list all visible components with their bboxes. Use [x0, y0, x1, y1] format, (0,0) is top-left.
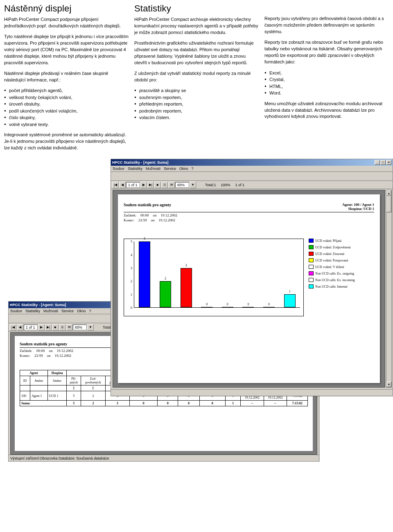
th-agent: Agent — [20, 370, 48, 376]
menu-service[interactable]: Service — [164, 167, 176, 171]
group-label: Skupina: UCD 1 — [342, 207, 374, 211]
menu-soubor[interactable]: Soubor — [113, 167, 124, 171]
stats-window-front: HPCC Statistiky - [Agent: Suma] _ □ × So… — [111, 159, 393, 396]
table-sum-cell: 2 — [81, 401, 105, 406]
nav-first-icon[interactable]: |◀ — [10, 324, 16, 331]
legend-item: Non UCD calls: Internal — [309, 284, 374, 289]
bar-value-label: 0 — [263, 302, 275, 306]
tool-icon[interactable] — [10, 315, 17, 322]
list-item: souhrnným reportem, — [134, 94, 259, 101]
end-time: 23:59 — [138, 218, 147, 222]
list-item: podíl ukončených volání volajícím, — [4, 108, 129, 115]
nav-total-label: Total:1 — [205, 183, 216, 187]
nav-prev-icon[interactable]: ◀ — [119, 182, 126, 188]
legend-label: Non UCD calls: Ex. outgoing — [315, 272, 354, 275]
nav-next-icon[interactable]: ▶ — [38, 324, 45, 331]
table-header: Jméno — [30, 376, 47, 385]
menu-help[interactable]: ? — [192, 167, 194, 171]
menu-moznosti[interactable]: Možnosti — [146, 167, 160, 171]
table-cell: Agent 1 — [30, 391, 47, 401]
zoom-dropdown-icon[interactable]: ▼ — [190, 182, 196, 188]
menu-okno[interactable]: Okno — [77, 309, 86, 313]
tool-icon[interactable] — [18, 315, 25, 322]
zoom-field[interactable]: 65% — [175, 182, 189, 188]
bar-value-label: 2 — [160, 277, 171, 280]
table-header: ID — [20, 376, 30, 385]
nav-prev-icon[interactable]: ◀ — [17, 324, 23, 331]
start-label: Začátek: — [124, 213, 136, 217]
close-icon[interactable]: × — [386, 160, 391, 165]
menubar[interactable]: Soubor Statistiky Možnosti Service Okno … — [111, 166, 393, 172]
nav-last-icon[interactable]: ▶| — [147, 182, 154, 188]
legend-item: Non UCD calls: Ex. outgoing — [309, 271, 374, 275]
status-text: Výstupní zařízení:Obrazovka Databáze: So… — [10, 456, 109, 460]
nav-stop-icon[interactable]: ■ — [154, 182, 161, 188]
end-label: Konec: — [124, 218, 134, 222]
start-time: 00:00 — [140, 213, 149, 217]
zoom-dropdown-icon[interactable]: ▼ — [87, 324, 94, 331]
menu-soubor[interactable]: Soubor — [10, 309, 22, 313]
table-sum-label: Suma: — [20, 401, 67, 406]
menu-moznosti[interactable]: Možnosti — [43, 309, 58, 313]
minimize-icon[interactable]: _ — [375, 160, 380, 165]
nav-page2-label: 1 of 1 — [235, 183, 245, 187]
table-header: Zod- povězených — [81, 376, 105, 385]
table-cell: 100 — [20, 391, 30, 401]
legend-swatch-icon — [309, 271, 314, 275]
menu-statistiky[interactable]: Statistiky — [25, 309, 40, 313]
nav-page-field[interactable]: 1 of 1 — [126, 182, 140, 188]
list-item: volně vybrané texty. — [4, 121, 129, 128]
chart-legend: UCD volání: PřijatáUCD volání: Zodpověze… — [309, 239, 374, 316]
legend-swatch-icon — [309, 284, 314, 289]
end-on: on — [47, 354, 51, 358]
export-icon[interactable]: ✉ — [66, 324, 72, 331]
end-time: 23:59 — [34, 354, 43, 358]
nav-page-field[interactable]: 1 of 1 — [24, 325, 38, 330]
bar-value-label: 5 — [139, 237, 150, 241]
table-sum-cell: 5 — [67, 401, 81, 406]
chart-bar: 0 — [242, 307, 254, 307]
nav-next-icon[interactable]: ▶ — [140, 182, 147, 188]
legend-swatch-icon — [309, 265, 314, 269]
chart-bar: 2 — [160, 281, 171, 307]
maximize-icon[interactable]: □ — [380, 160, 386, 165]
scroll-down-icon[interactable]: ▼ — [386, 381, 391, 387]
table-sum-cell: 3 — [105, 401, 129, 406]
scroll-thumb[interactable] — [386, 196, 391, 212]
list-item: HTML, — [264, 83, 389, 90]
vertical-scrollbar[interactable]: ▲ ▼ — [386, 190, 392, 388]
list-item: podrobným reportem, — [134, 108, 259, 115]
menu-service[interactable]: Service — [61, 309, 74, 313]
table-subheader — [20, 385, 30, 391]
print-icon[interactable]: ⎙ — [59, 324, 66, 331]
tool-icon[interactable] — [112, 173, 120, 180]
col1-p4: Integrované systémové proměnné se automa… — [4, 132, 129, 151]
tool-icon[interactable] — [120, 173, 128, 180]
print-icon[interactable]: ⎙ — [161, 182, 168, 188]
list-item: přehledným reportem, — [134, 101, 259, 108]
bar-value-label: 1 — [285, 290, 295, 293]
toolbar — [111, 172, 393, 181]
nav-last-icon[interactable]: ▶| — [45, 324, 52, 331]
table-subheader — [30, 385, 47, 391]
report-title: Souhrn statistik pro agenty — [20, 342, 67, 346]
nav-first-icon[interactable]: |◀ — [112, 182, 119, 188]
heading-statistiky: Statistiky — [134, 3, 259, 14]
scroll-up-icon[interactable]: ▲ — [386, 190, 391, 196]
menu-help[interactable]: ? — [89, 309, 91, 313]
table-sum-cell: 0 — [199, 401, 225, 406]
legend-item: Non UCD calls: Ex. incoming — [309, 278, 374, 282]
end-on: on — [151, 218, 155, 222]
y-tick-label: 5 — [126, 240, 132, 243]
menu-statistiky[interactable]: Statistiky — [128, 167, 142, 171]
titlebar[interactable]: HPCC Statistiky - [Agent: Suma] _ □ × — [111, 159, 393, 166]
table-subheader: Σ — [81, 385, 105, 391]
nav-stop-icon[interactable]: ■ — [52, 324, 59, 331]
nav-pct-label: 100% — [221, 183, 230, 187]
report-viewport: Souhrn statistik pro agenty Agent: 100 /… — [113, 190, 385, 388]
col2-bullets: pracoviště a skupiny se souhrnným report… — [134, 87, 259, 121]
menu-okno[interactable]: Okno — [179, 167, 188, 171]
zoom-field[interactable]: 65% — [73, 325, 87, 330]
y-tick-label: 2 — [126, 280, 132, 283]
export-icon[interactable]: ✉ — [168, 182, 175, 188]
